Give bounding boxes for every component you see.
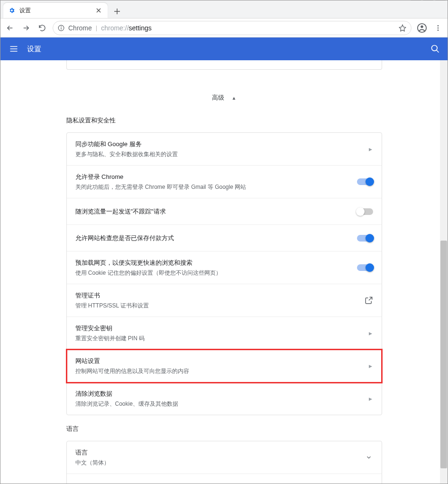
row-text: 语言中文（简体）: [75, 448, 365, 467]
svg-point-10: [432, 46, 438, 51]
row-subtitle: 中文（简体）: [75, 458, 365, 467]
scrollbar-track[interactable]: [440, 60, 448, 484]
language-card: 语言中文（简体）拼写检查: [66, 441, 382, 484]
settings-row[interactable]: 同步功能和 Google 服务更多与隐私、安全和数据收集相关的设置▸: [67, 133, 382, 166]
settings-row[interactable]: 允许登录 Chrome关闭此功能后，您无需登录 Chrome 即可登录 Gmai…: [67, 166, 382, 198]
row-text: 随浏览流量一起发送"不跟踪"请求: [75, 207, 357, 216]
card-remnant: [66, 60, 382, 70]
row-title: 允许网站检查您是否已保存付款方式: [75, 233, 357, 243]
row-title: 语言: [75, 448, 365, 457]
row-subtitle: 更多与隐私、安全和数据收集相关的设置: [75, 150, 368, 158]
row-title: 网站设置: [75, 356, 368, 366]
row-text: 清除浏览数据清除浏览记录、Cookie、缓存及其他数据: [75, 389, 368, 408]
toggle-switch[interactable]: [357, 208, 373, 215]
row-title: 清除浏览数据: [75, 389, 368, 399]
advanced-label: 高级: [212, 93, 224, 102]
settings-row[interactable]: 随浏览流量一起发送"不跟踪"请求: [67, 198, 382, 225]
row-text: 允许网站检查您是否已保存付款方式: [75, 233, 357, 243]
browser-tab[interactable]: 设置: [3, 3, 108, 18]
tab-title: 设置: [19, 7, 91, 15]
kebab-menu-button[interactable]: [432, 22, 444, 34]
row-text: 网站设置控制网站可使用的信息以及可向您显示的内容: [75, 356, 368, 375]
row-text: 预加载网页，以便实现更快速的浏览和搜索使用 Cookie 记住您的偏好设置（即使…: [75, 258, 357, 277]
row-subtitle: 重置安全密钥并创建 PIN 码: [75, 334, 368, 343]
omnibox-separator: |: [96, 24, 97, 31]
omnibox[interactable]: Chrome | chrome://settings: [53, 21, 411, 35]
settings-row[interactable]: 允许网站检查您是否已保存付款方式: [67, 225, 382, 251]
row-text: 同步功能和 Google 服务更多与隐私、安全和数据收集相关的设置: [75, 140, 368, 158]
content: 高级 ▲ 隐私设置和安全性 同步功能和 Google 服务更多与隐私、安全和数据…: [66, 60, 382, 484]
toggle-switch[interactable]: [357, 264, 373, 271]
settings-appbar: 设置: [0, 37, 448, 60]
row-subtitle: 使用 Cookie 记住您的偏好设置（即使您不访问这些网页）: [75, 269, 357, 277]
row-subtitle: 关闭此功能后，您无需登录 Chrome 即可登录 Gmail 等 Google …: [75, 183, 357, 191]
settings-row[interactable]: 网站设置控制网站可使用的信息以及可向您显示的内容▸: [67, 350, 382, 382]
advanced-toggle[interactable]: 高级 ▲: [66, 93, 382, 102]
forward-button[interactable]: [20, 22, 32, 34]
chevron-right-icon: ▸: [368, 362, 373, 370]
row-title: 允许登录 Chrome: [75, 172, 357, 182]
toggle-switch[interactable]: [357, 235, 373, 242]
privacy-card: 同步功能和 Google 服务更多与隐私、安全和数据收集相关的设置▸允许登录 C…: [66, 132, 382, 415]
row-text: 拼写检查: [75, 483, 373, 484]
site-info-icon[interactable]: [58, 25, 64, 31]
reload-button[interactable]: [37, 22, 48, 34]
chevron-up-icon: ▲: [232, 95, 237, 101]
tab-bar: 设置: [0, 0, 448, 19]
toggle-switch[interactable]: [357, 178, 373, 185]
appbar-search-button[interactable]: [430, 44, 440, 54]
svg-rect-4: [61, 27, 61, 29]
row-text: 管理安全密钥重置安全密钥并创建 PIN 码: [75, 324, 368, 343]
row-title: 预加载网页，以便实现更快速的浏览和搜索: [75, 258, 357, 268]
settings-row[interactable]: 管理安全密钥重置安全密钥并创建 PIN 码▸: [67, 317, 382, 350]
content-scroll[interactable]: 高级 ▲ 隐私设置和安全性 同步功能和 Google 服务更多与隐私、安全和数据…: [0, 60, 448, 484]
external-link-icon: [365, 296, 373, 305]
row-subtitle: 控制网站可使用的信息以及可向您显示的内容: [75, 367, 368, 375]
address-bar: Chrome | chrome://settings: [0, 19, 448, 37]
omnibox-url: chrome://settings: [101, 24, 152, 32]
svg-point-3: [61, 26, 62, 27]
hamburger-menu-button[interactable]: [8, 43, 19, 55]
back-button[interactable]: [4, 22, 16, 34]
row-text: 允许登录 Chrome关闭此功能后，您无需登录 Chrome 即可登录 Gmai…: [75, 172, 357, 191]
row-title: 管理证书: [75, 291, 365, 300]
row-subtitle: 管理 HTTPS/SSL 证书和设置: [75, 301, 365, 310]
svg-point-6: [421, 25, 423, 28]
settings-row[interactable]: 管理证书管理 HTTPS/SSL 证书和设置: [67, 284, 382, 317]
section-title-language: 语言: [66, 425, 382, 433]
settings-row[interactable]: 清除浏览数据清除浏览记录、Cookie、缓存及其他数据▸: [67, 382, 382, 415]
row-title: 拼写检查: [75, 483, 373, 484]
row-subtitle: 清除浏览记录、Cookie、缓存及其他数据: [75, 400, 368, 408]
svg-point-7: [438, 25, 439, 27]
omnibox-chip: Chrome: [68, 24, 92, 32]
chevron-right-icon: ▸: [368, 329, 373, 337]
bookmark-star-icon[interactable]: [399, 24, 406, 32]
chevron-down-icon: [365, 454, 373, 461]
row-text: 管理证书管理 HTTPS/SSL 证书和设置: [75, 291, 365, 310]
settings-row[interactable]: 语言中文（简体）: [67, 441, 382, 474]
settings-row[interactable]: 拼写检查: [67, 474, 382, 484]
row-title: 同步功能和 Google 服务: [75, 140, 368, 149]
section-title-privacy: 隐私设置和安全性: [66, 116, 382, 125]
row-title: 随浏览流量一起发送"不跟踪"请求: [75, 207, 357, 216]
new-tab-button[interactable]: [110, 5, 124, 18]
chevron-right-icon: ▸: [368, 145, 373, 153]
settings-row[interactable]: 预加载网页，以便实现更快速的浏览和搜索使用 Cookie 记住您的偏好设置（即使…: [67, 251, 382, 284]
appbar-title: 设置: [27, 45, 41, 54]
tab-close-button[interactable]: [94, 7, 103, 14]
chevron-right-icon: ▸: [368, 395, 373, 402]
gear-icon: [8, 7, 16, 14]
svg-point-8: [438, 27, 439, 28]
scrollbar-thumb[interactable]: [440, 241, 447, 468]
profile-button[interactable]: [416, 22, 428, 34]
row-title: 管理安全密钥: [75, 324, 368, 333]
window-frame: 设置 Chrome | chrome://settings: [0, 0, 448, 484]
svg-point-9: [438, 29, 439, 31]
